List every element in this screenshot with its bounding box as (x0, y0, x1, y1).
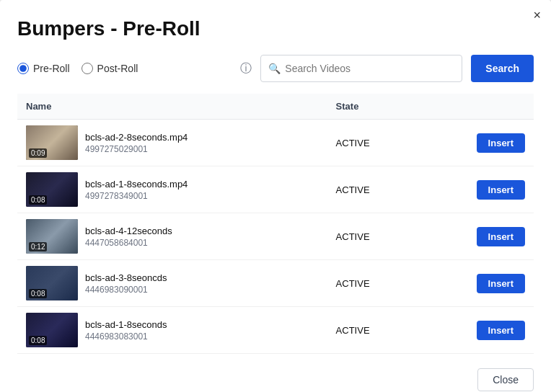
radio-preroll-text: Pre-Roll (33, 63, 70, 74)
video-info-1: bcls-ad-1-8seconds.mp4 4997278349001 (85, 179, 188, 201)
video-info-3: bcls-ad-3-8seoncds 4446983090001 (85, 272, 167, 295)
video-info-4: bcls-ad-1-8seconds 4446983083001 (85, 319, 167, 342)
state-text-2: ACTIVE (336, 231, 370, 242)
thumb-duration-3: 0:08 (29, 289, 47, 298)
col-action-header (431, 94, 534, 120)
table-header-row: Name State (17, 94, 534, 120)
insert-button-4[interactable]: Insert (477, 321, 525, 340)
insert-button-2[interactable]: Insert (477, 227, 525, 246)
insert-button-1[interactable]: Insert (477, 180, 525, 200)
state-text-4: ACTIVE (336, 325, 370, 336)
radio-preroll-label[interactable]: Pre-Roll (17, 63, 70, 74)
table-header: Name State (17, 94, 534, 120)
search-container: 🔍 (260, 55, 462, 82)
thumb-wrap-2: 0:12 (26, 219, 78, 254)
video-thumb-cell-2: 0:12 bcls-ad-4-12seconds 4447058684001 (26, 219, 319, 254)
search-icon: 🔍 (268, 63, 281, 74)
video-thumb-cell-0: 0:09 bcls-ad-2-8seconds.mp4 499727502900… (26, 125, 319, 160)
video-thumb-cell-3: 0:08 bcls-ad-3-8seoncds 4446983090001 (26, 266, 319, 300)
video-name-cell-2: 0:12 bcls-ad-4-12seconds 4447058684001 (17, 213, 327, 260)
video-name-id-4: 4446983083001 (85, 331, 167, 342)
video-state-cell-3: ACTIVE (327, 260, 431, 307)
close-x-button[interactable]: × (533, 9, 541, 22)
video-name-main-4: bcls-ad-1-8seconds (85, 319, 167, 330)
video-name-main-1: bcls-ad-1-8seconds.mp4 (85, 179, 188, 190)
video-info-2: bcls-ad-4-12seconds 4447058684001 (85, 226, 172, 248)
table-row: 0:09 bcls-ad-2-8seconds.mp4 499727502900… (17, 120, 534, 166)
video-name-cell-0: 0:09 bcls-ad-2-8seconds.mp4 499727502900… (17, 120, 327, 166)
search-input[interactable] (285, 63, 454, 74)
thumb-duration-4: 0:08 (29, 336, 47, 345)
video-action-cell-1: Insert (431, 166, 534, 213)
video-info-0: bcls-ad-2-8seconds.mp4 4997275029001 (85, 132, 188, 154)
video-state-cell-0: ACTIVE (327, 120, 431, 166)
search-button[interactable]: Search (471, 55, 534, 82)
video-action-cell-2: Insert (431, 213, 534, 260)
video-thumb-cell-1: 0:08 bcls-ad-1-8seconds.mp4 499727834900… (26, 172, 319, 207)
state-text-0: ACTIVE (336, 138, 370, 148)
video-name-main-3: bcls-ad-3-8seoncds (85, 272, 167, 283)
footer: Close (17, 360, 534, 391)
modal-title: Bumpers - Pre-Roll (17, 17, 534, 40)
video-action-cell-0: Insert (431, 120, 534, 166)
col-name-header: Name (17, 94, 327, 120)
radio-preroll-input[interactable] (17, 63, 29, 74)
video-name-main-0: bcls-ad-2-8seconds.mp4 (85, 132, 188, 143)
video-name-id-3: 4446983090001 (85, 285, 167, 295)
thumb-wrap-1: 0:08 (26, 172, 78, 207)
radio-postroll-label[interactable]: Post-Roll (81, 63, 138, 74)
thumb-duration-1: 0:08 (29, 195, 47, 205)
info-icon[interactable]: ⓘ (240, 61, 252, 76)
video-table: Name State 0:09 bcls-ad-2-8seconds.mp4 4… (17, 94, 534, 354)
state-text-3: ACTIVE (336, 278, 370, 289)
radio-group: Pre-Roll Post-Roll (17, 63, 138, 74)
thumb-wrap-4: 0:08 (26, 313, 78, 347)
modal-bumpers: × Bumpers - Pre-Roll Pre-Roll Post-Roll … (0, 0, 551, 392)
table-row: 0:12 bcls-ad-4-12seconds 4447058684001 A… (17, 213, 534, 260)
video-name-cell-4: 0:08 bcls-ad-1-8seconds 4446983083001 (17, 307, 327, 354)
video-name-main-2: bcls-ad-4-12seconds (85, 226, 172, 236)
video-state-cell-4: ACTIVE (327, 307, 431, 354)
video-state-cell-2: ACTIVE (327, 213, 431, 260)
video-name-id-1: 4997278349001 (85, 191, 188, 201)
toolbar: Pre-Roll Post-Roll ⓘ 🔍 Search (17, 55, 534, 82)
video-name-cell-1: 0:08 bcls-ad-1-8seconds.mp4 499727834900… (17, 166, 327, 213)
thumb-wrap-3: 0:08 (26, 266, 78, 300)
thumb-wrap-0: 0:09 (26, 125, 78, 160)
video-name-cell-3: 0:08 bcls-ad-3-8seoncds 4446983090001 (17, 260, 327, 307)
radio-postroll-input[interactable] (81, 63, 93, 74)
video-state-cell-1: ACTIVE (327, 166, 431, 213)
state-text-1: ACTIVE (336, 184, 370, 195)
insert-button-0[interactable]: Insert (477, 133, 525, 153)
thumb-duration-2: 0:12 (29, 242, 47, 251)
video-name-id-0: 4997275029001 (85, 144, 188, 154)
table-row: 0:08 bcls-ad-1-8seconds 4446983083001 AC… (17, 307, 534, 354)
video-name-id-2: 4447058684001 (85, 238, 172, 248)
thumb-duration-0: 0:09 (29, 148, 47, 158)
video-thumb-cell-4: 0:08 bcls-ad-1-8seconds 4446983083001 (26, 313, 319, 347)
col-state-header: State (327, 94, 431, 120)
insert-button-3[interactable]: Insert (477, 274, 525, 293)
video-action-cell-4: Insert (431, 307, 534, 354)
radio-postroll-text: Post-Roll (97, 63, 138, 74)
footer-close-button[interactable]: Close (477, 368, 534, 391)
video-action-cell-3: Insert (431, 260, 534, 307)
table-body: 0:09 bcls-ad-2-8seconds.mp4 499727502900… (17, 120, 534, 354)
table-row: 0:08 bcls-ad-3-8seoncds 4446983090001 AC… (17, 260, 534, 307)
table-row: 0:08 bcls-ad-1-8seconds.mp4 499727834900… (17, 166, 534, 213)
